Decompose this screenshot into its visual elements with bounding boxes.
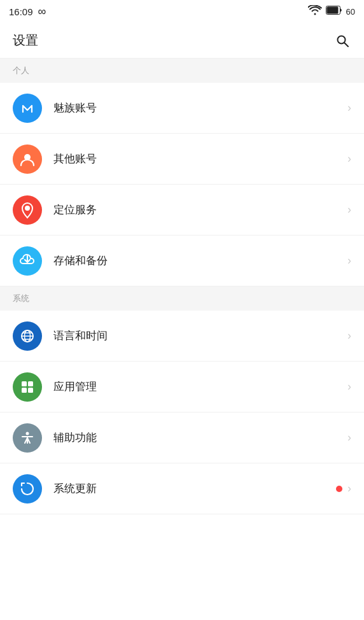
app-manage-label: 应用管理 [53,379,347,394]
chevron-icon: › [347,203,351,216]
accessibility-label: 辅助功能 [53,430,347,445]
svg-rect-15 [28,388,33,393]
system-update-label: 系统更新 [53,481,336,496]
accessibility-icon [13,423,42,453]
chevron-icon: › [347,329,351,342]
svg-point-6 [25,206,30,211]
svg-rect-1 [326,7,338,14]
infinity-icon: ∞ [38,5,46,18]
svg-point-16 [26,432,29,435]
section-header-system: 系统 [0,286,364,311]
svg-line-3 [345,43,349,46]
location-label: 定位服务 [53,202,347,217]
chevron-icon: › [347,101,351,115]
page-title: 设置 [13,32,38,49]
list-item-meizu-account[interactable]: 魅族账号 › [0,83,364,134]
meizu-account-label: 魅族账号 [53,101,347,115]
status-right: 60 [308,5,355,18]
search-button[interactable] [333,32,351,50]
other-account-label: 其他账号 [53,151,347,166]
svg-rect-14 [22,388,27,393]
language-label: 语言和时间 [53,328,347,343]
svg-point-2 [338,36,346,43]
section-header-personal: 个人 [0,59,364,83]
app-manage-icon [13,372,42,402]
time-display: 16:09 [9,6,33,17]
location-icon [13,195,42,225]
language-icon [13,321,42,351]
chevron-icon: › [347,431,351,444]
other-account-icon [13,144,42,174]
status-left: 16:09 ∞ [9,5,46,18]
wifi-icon [308,5,322,18]
list-item-system-update[interactable]: 系统更新 › [0,463,364,514]
list-item-location[interactable]: 定位服务 › [0,185,364,236]
system-update-icon [13,474,42,504]
svg-rect-12 [22,381,27,386]
battery-icon [326,6,342,17]
meizu-account-icon [13,94,42,123]
battery-level: 60 [346,7,355,17]
chevron-icon: › [347,152,351,166]
storage-label: 存储和备份 [53,253,347,268]
list-item-other-account[interactable]: 其他账号 › [0,134,364,185]
chevron-icon: › [347,380,351,393]
list-item-storage[interactable]: 存储和备份 › [0,236,364,286]
list-item-accessibility[interactable]: 辅助功能 › [0,412,364,463]
list-item-app-manage[interactable]: 应用管理 › [0,362,364,412]
status-bar: 16:09 ∞ 60 [0,0,364,23]
page-header: 设置 [0,23,364,59]
update-badge [336,486,342,492]
chevron-icon: › [347,254,351,267]
svg-rect-13 [28,381,33,386]
chevron-icon: › [347,482,351,495]
svg-point-4 [19,100,36,116]
list-item-language[interactable]: 语言和时间 › [0,311,364,362]
storage-icon [13,246,42,276]
